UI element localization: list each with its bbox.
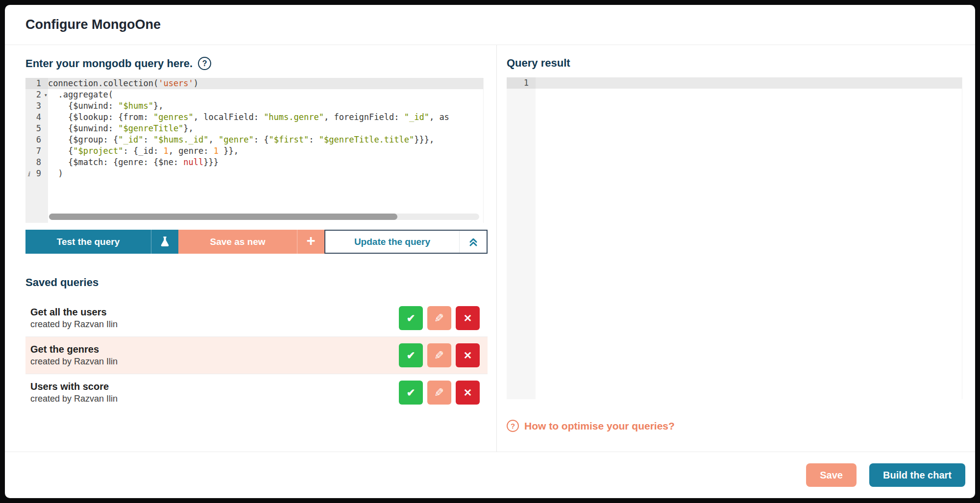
test-query-label: Test the query [25, 237, 151, 247]
delete-query-button[interactable]: ✕ [456, 306, 480, 330]
code-line[interactable]: .aggregate( [48, 89, 483, 100]
editor-gutter: 12▾345678ℹ9 [25, 78, 48, 223]
check-icon: ✔ [407, 387, 416, 399]
gutter-line-number: 4 [25, 112, 48, 123]
edit-query-button[interactable]: ✎ [427, 343, 451, 367]
plus-icon: + [297, 230, 324, 254]
code-line[interactable] [536, 77, 962, 89]
saved-query-creator: created by Razvan Ilin [30, 357, 118, 367]
use-query-button[interactable]: ✔ [399, 306, 423, 330]
modal-title: Configure MongoOne [25, 17, 161, 32]
query-editor-heading-text: Enter your mongodb query here. [25, 57, 193, 70]
modal-body: Enter your mongodb query here. ? 12▾3456… [5, 45, 975, 452]
update-query-button[interactable]: Update the query [324, 230, 488, 254]
edit-query-button[interactable]: ✎ [427, 306, 451, 330]
gutter-line-number: 6 [25, 134, 48, 145]
pencil-icon: ✎ [434, 349, 444, 362]
code-line[interactable]: {$lookup: {from: "genres", localField: "… [48, 112, 483, 123]
modal-header: Configure MongoOne [5, 5, 975, 45]
use-query-button[interactable]: ✔ [399, 343, 423, 367]
code-line[interactable]: {$match: {genre: {$ne: null}}} [48, 157, 483, 168]
x-icon: ✕ [464, 387, 472, 399]
configure-mongoone-modal: Configure MongoOne Enter your mongodb qu… [5, 5, 975, 498]
code-line[interactable]: {$unwind: "$genreTitle"}, [48, 123, 483, 134]
pencil-icon: ✎ [434, 386, 444, 400]
saved-query-actions: ✔ ✎ ✕ [399, 381, 480, 405]
query-result-heading: Query result [507, 57, 962, 70]
gutter-line-number: 3 [25, 100, 48, 112]
pencil-icon: ✎ [434, 311, 444, 325]
modal-footer: Save Build the chart [5, 452, 975, 498]
saved-query-info: Get the genres created by Razvan Ilin [30, 344, 118, 367]
saved-query-creator: created by Razvan Ilin [30, 394, 118, 404]
question-circle-icon[interactable]: ? [198, 57, 211, 70]
query-code-editor[interactable]: 12▾345678ℹ9 connection.collection('users… [25, 78, 484, 223]
edit-query-button[interactable]: ✎ [427, 381, 451, 405]
saved-query-name: Get the genres [30, 344, 118, 355]
saved-queries-list: Get all the users created by Razvan Ilin… [25, 300, 488, 411]
test-query-button[interactable]: Test the query [25, 230, 178, 254]
saved-query-name: Users with score [30, 381, 118, 392]
build-chart-button[interactable]: Build the chart [869, 463, 965, 487]
editor-code-area[interactable] [536, 77, 962, 399]
delete-query-button[interactable]: ✕ [456, 381, 480, 405]
gutter-line-number: 2▾ [25, 89, 48, 100]
editor-gutter: 1 [507, 77, 536, 399]
x-icon: ✕ [464, 312, 472, 324]
update-query-label: Update the query [325, 237, 459, 247]
result-code-editor[interactable]: 1 [507, 77, 962, 399]
check-icon: ✔ [407, 312, 416, 324]
code-line[interactable]: {"$project": {_id: 1, genre: 1 }}, [48, 145, 483, 157]
optimise-queries-text: How to optimise your queries? [524, 420, 675, 432]
save-as-new-button[interactable]: Save as new + [178, 230, 324, 254]
code-line[interactable]: {$unwind: "$hums"}, [48, 100, 483, 112]
flask-icon [151, 230, 178, 254]
save-as-new-label: Save as new [178, 237, 297, 247]
saved-query-info: Users with score created by Razvan Ilin [30, 381, 118, 404]
saved-query-name: Get all the users [30, 307, 118, 318]
saved-queries-heading: Saved queries [25, 276, 488, 289]
question-circle-icon: ? [507, 420, 519, 432]
code-line[interactable]: {$group: {"_id": "$hums._id", "genre": {… [48, 134, 483, 145]
query-editor-heading: Enter your mongodb query here. ? [25, 57, 488, 70]
saved-query-row[interactable]: Get all the users created by Razvan Ilin… [25, 300, 488, 337]
editor-code-area[interactable]: connection.collection('users') .aggregat… [48, 78, 483, 223]
code-line[interactable]: ) [48, 168, 483, 179]
gutter-line-number: 1 [507, 77, 536, 89]
code-line[interactable]: connection.collection('users') [48, 78, 483, 89]
gutter-line-number: 7 [25, 145, 48, 157]
saved-query-actions: ✔ ✎ ✕ [399, 343, 480, 367]
save-button[interactable]: Save [806, 463, 857, 487]
gutter-annotation-icon: ℹ [27, 168, 30, 180]
scrollbar-thumb[interactable] [49, 214, 397, 220]
angles-up-icon [459, 231, 487, 253]
saved-query-row[interactable]: Users with score created by Razvan Ilin … [25, 374, 488, 411]
result-panel: Query result 1 ? How to optimise your qu… [497, 45, 975, 452]
check-icon: ✔ [407, 350, 416, 361]
x-icon: ✕ [464, 350, 472, 361]
gutter-line-number: 8 [25, 157, 48, 168]
gutter-line-number: ℹ9 [25, 168, 48, 179]
saved-query-info: Get all the users created by Razvan Ilin [30, 307, 118, 330]
query-panel: Enter your mongodb query here. ? 12▾3456… [5, 45, 488, 452]
optimise-queries-link[interactable]: ? How to optimise your queries? [507, 420, 962, 432]
saved-query-actions: ✔ ✎ ✕ [399, 306, 480, 330]
query-actions-row: Test the query Save as new + Update the … [25, 230, 488, 254]
gutter-line-number: 1 [25, 78, 48, 89]
use-query-button[interactable]: ✔ [399, 381, 423, 405]
gutter-line-number: 5 [25, 123, 48, 134]
delete-query-button[interactable]: ✕ [456, 343, 480, 367]
saved-query-creator: created by Razvan Ilin [30, 319, 118, 330]
editor-horizontal-scrollbar[interactable] [49, 214, 479, 220]
fold-arrow-icon[interactable]: ▾ [44, 90, 48, 101]
saved-query-row[interactable]: Get the genres created by Razvan Ilin ✔ … [25, 337, 488, 374]
